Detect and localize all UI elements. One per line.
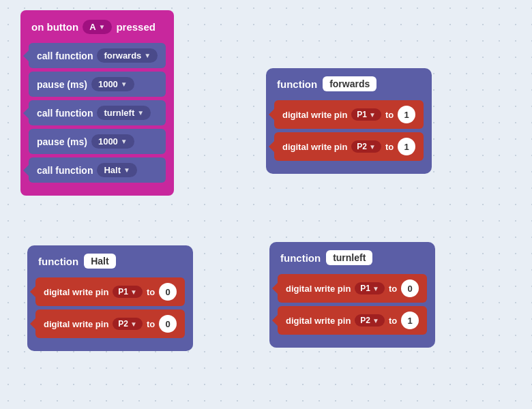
halt-dropdown[interactable]: Halt ▼: [97, 163, 136, 177]
function-halt-header: function Halt: [35, 252, 185, 274]
function-turnleft-name: turnleft: [326, 250, 372, 265]
call-label-1: call function: [37, 50, 93, 61]
digital-write-label-2: digital write pin: [282, 142, 347, 152]
pin-halt-p1-dropdown[interactable]: P1 ▼: [113, 286, 143, 298]
event-header: on button A ▼ pressed: [29, 17, 166, 40]
pause-label-1: pause (ms): [37, 79, 87, 90]
write-turn-p2-wrapper: digital write pin P2 ▼ to 1: [278, 306, 427, 335]
pause-value-1-dropdown[interactable]: 1000 ▼: [91, 77, 134, 91]
dropdown-arrow: ▼: [130, 288, 137, 296]
dropdown-arrow: ▼: [121, 80, 128, 88]
to-label-2: to: [385, 142, 394, 152]
write-turn-p2-block: digital write pin P2 ▼ to 1: [278, 306, 427, 335]
pin-p1-1-dropdown[interactable]: P1 ▼: [351, 108, 381, 121]
write-turn-p1-wrapper: digital write pin P1 ▼ to 0: [278, 274, 427, 303]
function-turnleft-block: function turnleft digital write pin P1 ▼…: [269, 242, 435, 348]
turnleft-dropdown[interactable]: turnleft ▼: [97, 106, 151, 120]
call-label-3: call function: [37, 165, 93, 176]
dropdown-arrow: ▼: [121, 138, 128, 145]
to-label-1: to: [385, 110, 394, 120]
function-forwards-block: function forwards digital write pin P1 ▼…: [266, 68, 432, 174]
pause-value-1: 1000: [98, 79, 118, 89]
function-forwards-name: forwards: [323, 76, 376, 91]
write-p2-1-block: digital write pin P2 ▼ to 1: [274, 132, 424, 161]
function-forwards-label: function: [277, 78, 317, 90]
function-halt-block: function Halt digital write pin P1 ▼ to …: [27, 245, 193, 351]
button-a-dropdown[interactable]: A ▼: [83, 20, 112, 34]
call-forwards-block: call function forwards ▼: [29, 43, 166, 68]
write-halt-p1-wrapper: digital write pin P1 ▼ to 0: [35, 277, 185, 306]
write-p2-1-wrapper: digital write pin P2 ▼ to 1: [274, 132, 424, 161]
dropdown-arrow: ▼: [137, 109, 144, 117]
function-forwards-header: function forwards: [274, 75, 424, 97]
write-halt-p2-wrapper: digital write pin P2 ▼ to 0: [35, 309, 185, 338]
pin-p2-1-dropdown[interactable]: P2 ▼: [351, 140, 381, 153]
to-turn-label-1: to: [389, 284, 397, 294]
to-halt-label-2: to: [147, 319, 155, 329]
digital-write-turn-label-1: digital write pin: [286, 284, 351, 294]
write-halt-p2-block: digital write pin P2 ▼ to 0: [35, 309, 185, 338]
value-halt-2: 0: [159, 315, 177, 333]
call-turnleft-block: call function turnleft ▼: [29, 100, 166, 125]
pin-turn-p2-dropdown[interactable]: P2 ▼: [355, 314, 385, 327]
digital-write-halt-label-2: digital write pin: [44, 319, 108, 329]
dropdown-arrow: ▼: [372, 285, 379, 292]
pause-block-1: pause (ms) 1000 ▼: [29, 72, 166, 97]
on-label: on button: [31, 21, 78, 33]
write-halt-p1-block: digital write pin P1 ▼ to 0: [35, 277, 185, 306]
function-halt-label: function: [38, 256, 78, 267]
call-label-2: call function: [37, 108, 93, 119]
dropdown-arrow: ▼: [99, 23, 106, 31]
event-block: on button A ▼ pressed call function forw…: [20, 10, 174, 196]
digital-write-turn-label-2: digital write pin: [286, 316, 351, 326]
dropdown-arrow: ▼: [369, 111, 376, 119]
function-turnleft-header: function turnleft: [278, 249, 427, 271]
call-halt-block: call function Halt ▼: [29, 157, 166, 183]
dropdown-arrow: ▼: [144, 52, 151, 59]
to-halt-label-1: to: [147, 287, 155, 297]
value-1-1: 1: [398, 106, 415, 123]
value-turn-1: 0: [401, 279, 419, 297]
halt-label: Halt: [104, 165, 121, 175]
function-turnleft-label: function: [280, 252, 321, 264]
pause-label-2: pause (ms): [37, 136, 87, 147]
write-p1-1-wrapper: digital write pin P1 ▼ to 1: [274, 100, 424, 129]
pin-turn-p1-dropdown[interactable]: P1 ▼: [355, 282, 385, 294]
pressed-label: pressed: [116, 21, 156, 33]
button-a-label: A: [89, 22, 95, 32]
digital-write-label-1: digital write pin: [282, 110, 347, 120]
pin-halt-p2-dropdown[interactable]: P2 ▼: [113, 318, 143, 330]
pause-block-2: pause (ms) 1000 ▼: [29, 129, 166, 154]
dropdown-arrow: ▼: [130, 320, 137, 328]
dropdown-arrow: ▼: [369, 143, 376, 151]
pause-value-2: 1000: [98, 136, 118, 147]
write-turn-p1-block: digital write pin P1 ▼ to 0: [278, 274, 427, 303]
pause-value-2-dropdown[interactable]: 1000 ▼: [91, 134, 134, 149]
value-turn-2: 1: [401, 312, 419, 329]
to-turn-label-2: to: [389, 316, 397, 326]
dropdown-arrow: ▼: [123, 166, 130, 174]
forwards-label: forwards: [104, 50, 141, 61]
digital-write-halt-label-1: digital write pin: [44, 287, 108, 297]
dropdown-arrow: ▼: [372, 317, 379, 324]
write-p1-1-block: digital write pin P1 ▼ to 1: [274, 100, 424, 129]
forwards-dropdown[interactable]: forwards ▼: [97, 48, 158, 63]
turnleft-label: turnleft: [104, 108, 134, 118]
value-1-2: 1: [398, 138, 415, 155]
value-halt-1: 0: [159, 283, 177, 301]
function-halt-name: Halt: [84, 254, 115, 269]
